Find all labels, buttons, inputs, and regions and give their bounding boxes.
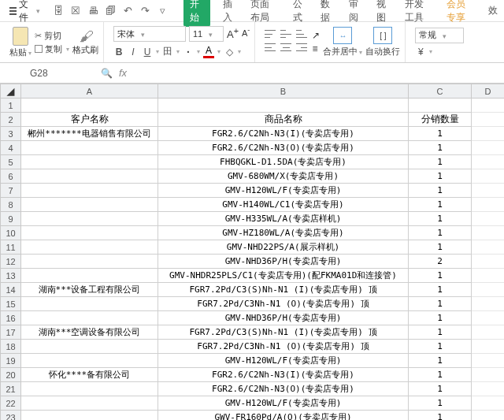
cell-customer[interactable] bbox=[21, 240, 158, 255]
cell-qty[interactable]: 1 bbox=[409, 396, 472, 411]
cell-qty[interactable]: 1 bbox=[409, 340, 472, 354]
font-size-select[interactable]: 11 bbox=[189, 26, 224, 42]
orientation-button[interactable]: ↗ bbox=[312, 30, 320, 41]
search-icon[interactable]: 🔍 bbox=[101, 68, 113, 79]
cell-empty[interactable] bbox=[472, 169, 505, 184]
cell-qty[interactable]: 2 bbox=[409, 255, 472, 269]
cell-qty[interactable]: 1 bbox=[409, 297, 472, 311]
cell-qty[interactable]: 1 bbox=[409, 226, 472, 240]
cell-product[interactable]: GMV-NHD36P/H(专卖店专用) bbox=[158, 255, 409, 269]
cell-qty[interactable]: 1 bbox=[409, 354, 472, 368]
cell-product[interactable]: FGR7.2Pd/C3(S)Nh-N1 (I)(专卖店专用) 顶 bbox=[158, 325, 409, 340]
cell-empty[interactable] bbox=[472, 155, 505, 169]
currency-button[interactable]: ¥ bbox=[415, 46, 426, 58]
cell-empty[interactable] bbox=[472, 340, 505, 354]
wrap-text-button[interactable]: [ ] 自动换行 bbox=[365, 27, 400, 58]
number-format-select[interactable]: 常规 bbox=[415, 28, 464, 43]
cell-customer[interactable] bbox=[21, 226, 158, 240]
cell-empty[interactable] bbox=[472, 382, 505, 396]
print-icon[interactable]: 🖶 bbox=[87, 6, 98, 17]
cell-qty[interactable]: 1 bbox=[409, 155, 472, 169]
row-header[interactable]: 1 bbox=[1, 98, 21, 113]
cell-product[interactable]: FGR2.6/C2Nh-N3(I)(专卖店专用) bbox=[158, 127, 409, 141]
header-qty[interactable]: 分销数量 bbox=[409, 113, 472, 127]
cell-customer[interactable] bbox=[21, 141, 158, 155]
cut-button[interactable]: ✂剪切 bbox=[35, 30, 69, 42]
col-header-a[interactable]: A bbox=[21, 84, 158, 98]
save-icon[interactable]: 🗄 bbox=[53, 6, 64, 17]
cell-customer[interactable] bbox=[21, 212, 158, 226]
row-header[interactable]: 18 bbox=[1, 340, 21, 354]
cell-qty[interactable]: 1 bbox=[409, 269, 472, 283]
cell-product[interactable]: GMV-HZ180WL/A(专卖店专用) bbox=[158, 226, 409, 240]
cell-product[interactable]: GMV-680WM/X(专卖店专用) bbox=[158, 169, 409, 184]
cell-empty[interactable] bbox=[472, 297, 505, 311]
cell-product[interactable]: GMV-H140WL/C1(专卖店专用) bbox=[158, 198, 409, 212]
cell-empty[interactable] bbox=[472, 141, 505, 155]
header-customer[interactable]: 客户名称 bbox=[21, 113, 158, 127]
paste-button[interactable]: 粘贴 bbox=[9, 27, 32, 58]
row-header[interactable]: 16 bbox=[1, 311, 21, 325]
row-header[interactable]: 3 bbox=[1, 127, 21, 141]
select-all-corner[interactable]: ◢ bbox=[1, 84, 21, 98]
fill-color-button[interactable]: 🞍 bbox=[183, 46, 194, 58]
fx-icon[interactable]: fx bbox=[119, 67, 127, 79]
undo-icon[interactable]: ↶ bbox=[122, 6, 133, 17]
row-header[interactable]: 4 bbox=[1, 141, 21, 155]
cell-customer[interactable] bbox=[21, 155, 158, 169]
font-name-select[interactable]: 宋体 bbox=[113, 26, 186, 42]
cell-customer[interactable] bbox=[21, 340, 158, 354]
cell-qty[interactable]: 1 bbox=[409, 198, 472, 212]
redo-icon[interactable]: ↷ bbox=[139, 6, 150, 17]
cell-product[interactable]: GWV-FR160Pd/A(O)(专卖店专用) bbox=[158, 411, 409, 421]
cell-empty[interactable] bbox=[472, 269, 505, 283]
cell-customer[interactable]: 怀化****备有限公司 bbox=[21, 368, 158, 382]
row-header[interactable]: 19 bbox=[1, 354, 21, 368]
cell-empty[interactable] bbox=[472, 368, 505, 382]
cell-qty[interactable]: 1 bbox=[409, 169, 472, 184]
cell-qty[interactable]: 1 bbox=[409, 283, 472, 297]
align-middle-icon[interactable] bbox=[280, 30, 291, 38]
cell-customer[interactable] bbox=[21, 169, 158, 184]
cell-qty[interactable]: 1 bbox=[409, 411, 472, 421]
cell-product[interactable]: GMV-NHD22PS/A(展示样机) bbox=[158, 240, 409, 255]
cell-product[interactable]: FGR7.2Pd/C3Nh-N1 (O)(专卖店专用) 顶 bbox=[158, 297, 409, 311]
format-painter-button[interactable]: 🖌 格式刷 bbox=[72, 28, 98, 56]
cell-qty[interactable]: 1 bbox=[409, 184, 472, 198]
cell-product[interactable]: GMV-H120WL/F(专卖店专用) bbox=[158, 354, 409, 368]
row-header[interactable]: 13 bbox=[1, 269, 21, 283]
italic-button[interactable]: I bbox=[128, 46, 139, 58]
cell-empty[interactable] bbox=[472, 127, 505, 141]
indent-button[interactable]: ≡ bbox=[312, 43, 317, 54]
row-header[interactable]: 23 bbox=[1, 411, 21, 421]
row-header[interactable]: 5 bbox=[1, 155, 21, 169]
decrease-font-icon[interactable]: A- bbox=[242, 26, 250, 42]
cell-customer[interactable]: 湖南***设备工程有限公司 bbox=[21, 283, 158, 297]
align-center-icon[interactable] bbox=[280, 43, 291, 51]
row-header[interactable]: 7 bbox=[1, 184, 21, 198]
cell-product[interactable]: FHBQGKL-D1.5DA(专卖店专用) bbox=[158, 155, 409, 169]
cell-empty[interactable] bbox=[472, 411, 505, 421]
cell-product[interactable]: GMV-H335WL/A(专卖店样机) bbox=[158, 212, 409, 226]
tab-more[interactable]: 效 bbox=[487, 1, 499, 20]
cell-qty[interactable]: 1 bbox=[409, 311, 472, 325]
print-preview-icon[interactable]: 🗐 bbox=[105, 6, 116, 17]
row-header[interactable]: 12 bbox=[1, 255, 21, 269]
row-header[interactable]: 22 bbox=[1, 396, 21, 411]
underline-button[interactable]: U bbox=[142, 46, 153, 58]
spreadsheet-grid[interactable]: ◢ A B C D 1 2 客户名称 商品名称 分销数量 3郴州*******电… bbox=[0, 84, 504, 420]
col-header-c[interactable]: C bbox=[409, 84, 472, 98]
cell-empty[interactable] bbox=[472, 184, 505, 198]
row-header[interactable]: 14 bbox=[1, 283, 21, 297]
row-header[interactable]: 11 bbox=[1, 240, 21, 255]
cell-qty[interactable]: 1 bbox=[409, 325, 472, 340]
cell-customer[interactable] bbox=[21, 297, 158, 311]
cell-product[interactable]: GMV-H120WL/F(专卖店专用) bbox=[158, 396, 409, 411]
row-header[interactable]: 20 bbox=[1, 368, 21, 382]
align-top-icon[interactable] bbox=[265, 30, 276, 38]
align-right-icon[interactable] bbox=[296, 43, 307, 51]
cell-empty[interactable] bbox=[472, 255, 505, 269]
increase-font-icon[interactable]: A+ bbox=[227, 26, 239, 42]
cell-customer[interactable]: 湖南***空调设备有限公司 bbox=[21, 325, 158, 340]
bold-button[interactable]: B bbox=[113, 46, 124, 58]
